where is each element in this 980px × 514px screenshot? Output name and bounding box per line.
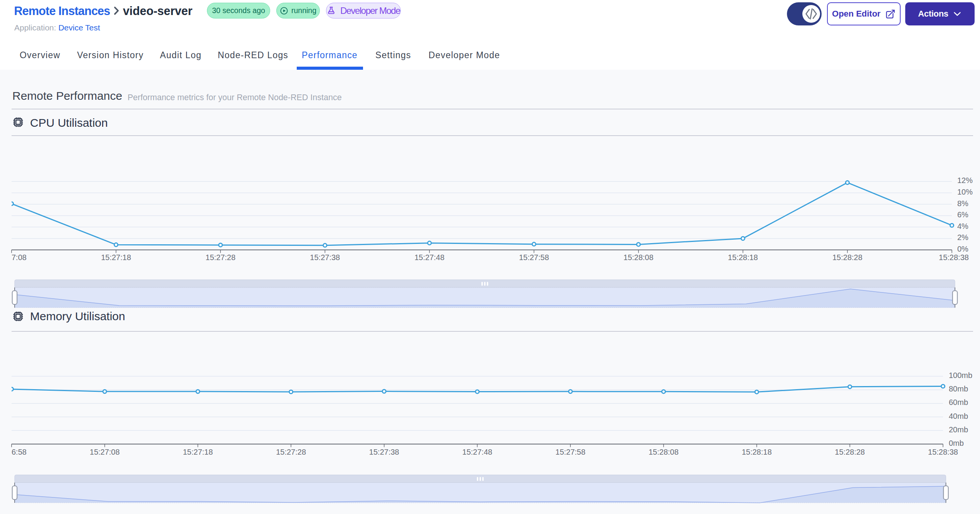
svg-text:4%: 4% <box>957 222 968 230</box>
svg-text:80mb: 80mb <box>949 385 968 393</box>
svg-text:15:27:38: 15:27:38 <box>369 448 399 456</box>
svg-text:15:27:28: 15:27:28 <box>276 448 306 456</box>
svg-text:15:27:18: 15:27:18 <box>183 448 213 456</box>
svg-text:15:28:18: 15:28:18 <box>728 253 758 262</box>
svg-text:12%: 12% <box>957 176 973 185</box>
svg-text:15:28:08: 15:28:08 <box>649 448 679 456</box>
svg-text:0mb: 0mb <box>949 439 964 447</box>
svg-text:15:27:18: 15:27:18 <box>101 253 131 262</box>
svg-text:8%: 8% <box>957 199 968 208</box>
svg-text:15:28:28: 15:28:28 <box>832 253 862 262</box>
svg-text:6:58: 6:58 <box>12 448 27 456</box>
svg-text:40mb: 40mb <box>949 412 968 420</box>
svg-text:15:28:08: 15:28:08 <box>624 253 654 262</box>
svg-text:15:27:48: 15:27:48 <box>414 253 444 262</box>
svg-text:100mb: 100mb <box>949 371 972 380</box>
svg-text:15:27:28: 15:27:28 <box>205 253 235 262</box>
svg-text:15:28:38: 15:28:38 <box>939 253 969 262</box>
svg-text:15:27:08: 15:27:08 <box>90 448 120 456</box>
svg-text:15:28:18: 15:28:18 <box>742 448 772 456</box>
svg-text:15:27:38: 15:27:38 <box>310 253 340 262</box>
svg-text:15:27:58: 15:27:58 <box>519 253 549 262</box>
svg-text:60mb: 60mb <box>949 398 968 406</box>
svg-text:10%: 10% <box>957 188 973 196</box>
svg-text:15:27:48: 15:27:48 <box>462 448 493 456</box>
svg-text:6%: 6% <box>957 210 968 219</box>
svg-text:0%: 0% <box>957 245 968 253</box>
svg-text:15:28:38: 15:28:38 <box>928 448 958 456</box>
svg-text:2%: 2% <box>957 233 968 242</box>
svg-text:15:27:58: 15:27:58 <box>555 448 585 456</box>
svg-text:20mb: 20mb <box>949 425 968 434</box>
svg-text:7:08: 7:08 <box>12 253 27 262</box>
svg-text:15:28:28: 15:28:28 <box>835 448 865 456</box>
